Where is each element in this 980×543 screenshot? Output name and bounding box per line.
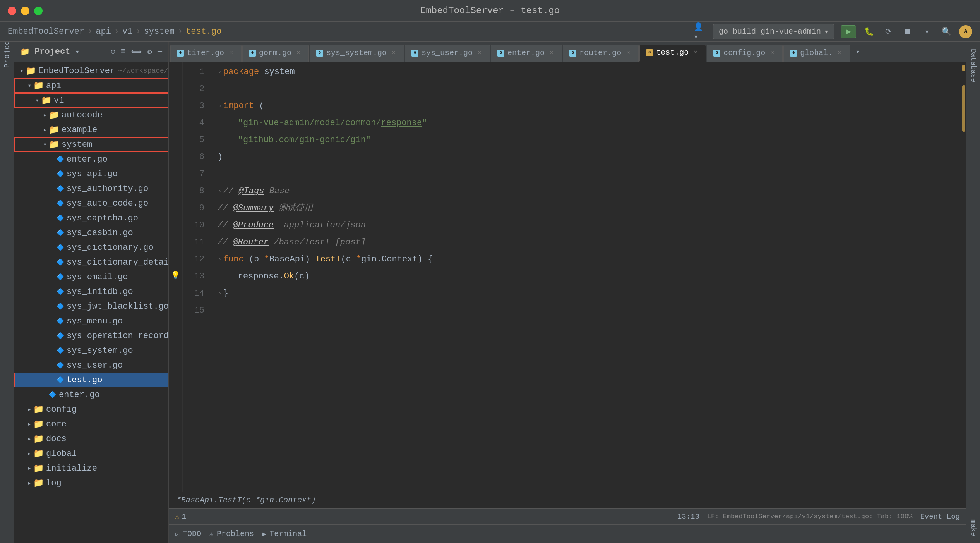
tab-gorm-go[interactable]: G gorm.go × xyxy=(242,45,309,62)
config-folder-icon: 📁 xyxy=(33,404,44,415)
tree-item-initialize[interactable]: ▸ 📁 initialize xyxy=(14,461,168,476)
tab-timer-go[interactable]: G timer.go × xyxy=(170,45,242,62)
tree-item-test-go[interactable]: 🔷 test.go xyxy=(14,373,168,387)
minimize-button[interactable] xyxy=(21,7,29,15)
tab-sys-system-go[interactable]: G sys_system.go × xyxy=(310,45,404,62)
tab-router-go-close[interactable]: × xyxy=(624,49,632,57)
system-arrow: ▾ xyxy=(41,141,49,148)
warning-status[interactable]: ⚠ 1 xyxy=(175,512,186,521)
tab-gorm-go-close[interactable]: × xyxy=(295,49,302,57)
tab-enter-go-close[interactable]: × xyxy=(548,49,555,57)
expand-icon[interactable]: ⟺ xyxy=(131,47,142,57)
minimize-panel-icon[interactable]: — xyxy=(158,47,162,57)
tab-timer-go-close[interactable]: × xyxy=(227,49,235,57)
line13-lightbulb[interactable]: 💡 xyxy=(169,266,182,284)
breadcrumb-embedtoolserver[interactable]: EmbedToolServer xyxy=(8,27,84,36)
tree-root[interactable]: ▾ 📁 EmbedToolServer ~/workspace/code/Emb xyxy=(14,64,168,78)
tree-item-autocode[interactable]: ▸ 📁 autocode xyxy=(14,108,168,122)
tree-item-sys-user-go[interactable]: 🔷 sys_user.go xyxy=(14,358,168,373)
tab-config-go-close[interactable]: × xyxy=(768,49,776,57)
tab-sys-user-go[interactable]: G sys_user.go × xyxy=(405,45,490,62)
search-icon[interactable]: 🔍 xyxy=(940,25,953,38)
tree-item-v1[interactable]: ▾ 📁 v1 xyxy=(14,93,168,108)
tree-item-enter-go2[interactable]: 🔷 enter.go xyxy=(14,387,168,402)
tab-config-go[interactable]: G config.go × xyxy=(707,45,783,62)
tree-item-sys-dictionary-detail-go[interactable]: 🔷 sys_dictionary_detail.go xyxy=(14,255,168,270)
tree-item-api[interactable]: ▾ 📁 api xyxy=(14,78,168,93)
editor-scrollbar[interactable] xyxy=(957,62,966,492)
tab-enter-go[interactable]: G enter.go × xyxy=(491,45,562,62)
tree-item-sys-captcha-go[interactable]: 🔷 sys_captcha.go xyxy=(14,211,168,225)
collapse-icon[interactable]: ≡ xyxy=(121,47,125,57)
sidebar-database-label[interactable]: Database xyxy=(968,46,979,85)
api-arrow: ▾ xyxy=(26,82,33,89)
terminal-button[interactable]: ▶ Terminal xyxy=(262,529,307,539)
problems-icon: ⚠ xyxy=(209,529,214,539)
tree-item-core[interactable]: ▸ 📁 core xyxy=(14,417,168,431)
tab-router-go[interactable]: G router.go × xyxy=(563,45,639,62)
tree-item-sys-system-go[interactable]: 🔷 sys_system.go xyxy=(14,343,168,358)
rerun-icon[interactable]: ⟳ xyxy=(882,25,895,38)
tree-item-sys-menu-go[interactable]: 🔷 sys_menu.go xyxy=(14,314,168,328)
scrollbar-thumb[interactable] xyxy=(962,85,965,132)
tab-global-close[interactable]: × xyxy=(836,49,843,57)
line-col-indicator[interactable]: 13:13 xyxy=(677,512,699,521)
tree-item-sys-casbin-go[interactable]: 🔷 sys_casbin.go xyxy=(14,225,168,240)
tree-item-enter-go[interactable]: 🔷 enter.go xyxy=(14,152,168,167)
tree-item-example[interactable]: ▸ 📁 example xyxy=(14,122,168,137)
project-dropdown-icon[interactable]: ▾ xyxy=(75,47,79,57)
api-name: api xyxy=(46,81,62,91)
lightbulb-icon[interactable]: 💡 xyxy=(171,270,180,280)
tab-test-go[interactable]: G test.go × xyxy=(639,45,706,62)
tree-item-system[interactable]: ▾ 📁 system xyxy=(14,137,168,152)
profile-icon[interactable]: 👤 ▾ xyxy=(694,25,707,38)
tree-item-sys-api-go[interactable]: 🔷 sys_api.go xyxy=(14,167,168,181)
sidebar-project-label[interactable]: Project xyxy=(1,46,13,58)
sidebar-make-label[interactable]: make xyxy=(968,516,979,539)
user-avatar[interactable]: A xyxy=(959,25,972,38)
import-path1: "gin-vue-admin/model/common/response" xyxy=(238,115,427,132)
tab-sys-user-go-close[interactable]: × xyxy=(476,49,483,57)
code-line-15 xyxy=(218,302,949,319)
file-tree-panel: 📁 Project ▾ ⊕ ≡ ⟺ ⚙ — ▾ 📁 EmbedToolServe… xyxy=(14,42,169,543)
tree-item-config[interactable]: ▸ 📁 config xyxy=(14,402,168,417)
tab-sys-system-go-close[interactable]: × xyxy=(390,49,397,57)
settings-icon[interactable]: ⚙ xyxy=(147,47,152,57)
more-icon[interactable]: ▾ xyxy=(920,25,934,38)
breadcrumb-system[interactable]: system xyxy=(144,27,175,36)
maximize-button[interactable] xyxy=(34,7,43,15)
right-sidebar: Database make xyxy=(966,42,980,543)
breadcrumb-v1[interactable]: v1 xyxy=(122,27,132,36)
root-folder-icon: 📁 xyxy=(26,66,36,76)
tree-item-docs[interactable]: ▸ 📁 docs xyxy=(14,431,168,446)
tab-more-button[interactable]: ▾ xyxy=(852,47,863,57)
build-label: go build gin-vue-admin xyxy=(719,27,821,36)
event-log-button[interactable]: Event Log xyxy=(920,512,960,521)
bottom-bar: ☑ TODO ⚠ Problems ▶ Terminal xyxy=(169,524,966,543)
build-button[interactable]: go build gin-vue-admin ▾ xyxy=(713,24,834,39)
tree-item-log[interactable]: ▸ 📁 log xyxy=(14,476,168,490)
run-button[interactable]: ▶ xyxy=(841,25,856,38)
tree-item-sys-dictionary-go[interactable]: 🔷 sys_dictionary.go xyxy=(14,240,168,255)
debug-icon[interactable]: 🐛 xyxy=(862,25,875,38)
tree-item-global[interactable]: ▸ 📁 global xyxy=(14,446,168,461)
code-editor[interactable]: ◦ package system ◦ import ( "gin-vue-adm… xyxy=(210,62,957,492)
system-folder-icon: 📁 xyxy=(49,139,59,150)
tree-item-sys-operation-record-go[interactable]: 🔷 sys_operation_record.go xyxy=(14,328,168,343)
tab-test-go-close[interactable]: × xyxy=(692,49,699,57)
close-button[interactable] xyxy=(8,7,16,15)
tree-item-sys-jwt-blacklist-go[interactable]: 🔷 sys_jwt_blacklist.go xyxy=(14,299,168,314)
stop-icon[interactable]: ⏹ xyxy=(901,25,914,38)
problems-button[interactable]: ⚠ Problems xyxy=(209,529,254,539)
v1-arrow: ▾ xyxy=(33,96,41,104)
tree-item-sys-initdb-go[interactable]: 🔷 sys_initdb.go xyxy=(14,284,168,299)
tree-item-sys-auto-code-go[interactable]: 🔷 sys_auto_code.go xyxy=(14,196,168,211)
status-bar: ⚠ 1 13:13 LF: EmbedToolServer/api/v1/sys… xyxy=(169,508,966,524)
locate-icon[interactable]: ⊕ xyxy=(111,47,115,57)
tab-global[interactable]: G global. × xyxy=(783,45,850,62)
breadcrumb-testgo[interactable]: test.go xyxy=(186,27,221,36)
todo-button[interactable]: ☑ TODO xyxy=(175,529,201,539)
tree-item-sys-email-go[interactable]: 🔷 sys_email.go xyxy=(14,270,168,284)
breadcrumb-api[interactable]: api xyxy=(96,27,111,36)
tree-item-sys-authority-go[interactable]: 🔷 sys_authority.go xyxy=(14,181,168,196)
